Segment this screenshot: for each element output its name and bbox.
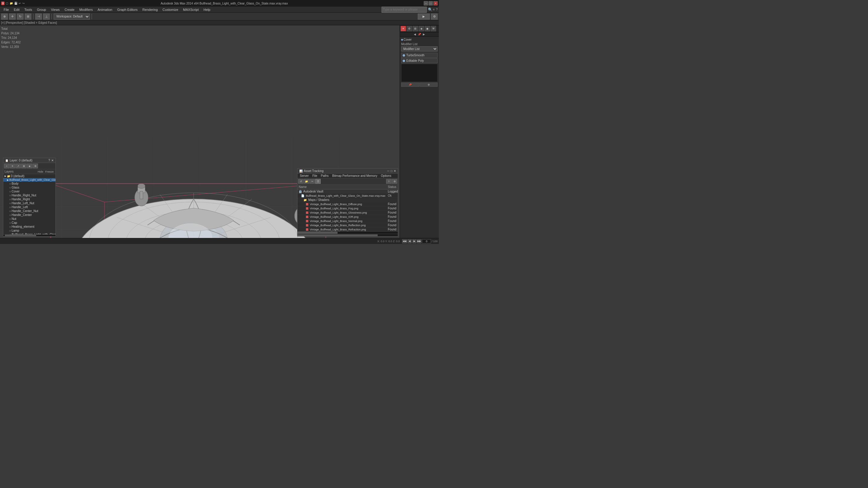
render-btn[interactable]: ▶ <box>418 13 430 20</box>
asset-row-main-file[interactable]: 📄 Bullhead_Brass_Light_with_Clear_Glass_… <box>298 194 398 198</box>
toolbar-open[interactable]: 📁 <box>10 2 13 5</box>
layer-item-handle-right[interactable]: ○ Handle_Right <box>8 197 56 201</box>
asset-scrollbar[interactable] <box>298 231 398 234</box>
layer-scrollbar[interactable] <box>3 234 56 236</box>
asset-hscrollbar-thumb[interactable] <box>298 234 378 236</box>
layer-settings-btn[interactable]: ⚙ <box>33 164 38 168</box>
asset-scrollbar-thumb[interactable] <box>298 232 338 234</box>
layer-item-0[interactable]: ▶ 📁 0 (default) <box>3 174 56 178</box>
asset-row-fog[interactable]: Vintage_Bullhead_Light_Brass_Fog.png Fou… <box>298 206 398 210</box>
menu-customize[interactable]: Customize <box>160 7 181 13</box>
asset-minimize-btn[interactable]: ─ <box>387 169 390 173</box>
close-button[interactable]: ✕ <box>433 1 438 5</box>
search-icon[interactable]: 🔍 <box>428 7 433 12</box>
hierarchy-panel-icon[interactable]: ⊞ <box>412 26 418 31</box>
mirror-btn[interactable]: ⊣ <box>35 13 42 20</box>
workspace-dropdown[interactable]: Workspace: Default <box>54 13 90 20</box>
menu-rendering[interactable]: Rendering <box>140 7 160 13</box>
layer-item-cap[interactable]: ○ Cap <box>8 221 56 225</box>
asset-view-btn[interactable]: ☰ <box>315 179 321 184</box>
panel-pin[interactable]: 📌 <box>417 33 422 36</box>
help-icon[interactable]: ? <box>436 8 438 11</box>
menu-views[interactable]: Views <box>49 7 62 13</box>
asset-refresh-btn[interactable]: ↺ <box>298 179 304 184</box>
menu-file[interactable]: File <box>1 7 11 13</box>
display-panel-icon[interactable]: ◉ <box>425 26 430 31</box>
layer-question-btn[interactable]: ? <box>48 159 50 162</box>
asset-row-ior[interactable]: Vintage_Bullhead_Light_Brass_IOR.png Fou… <box>298 215 398 219</box>
next-btn[interactable]: ▶▶ <box>417 239 421 243</box>
rotate-btn[interactable]: ↻ <box>17 13 24 20</box>
layer-highlight-btn[interactable]: ◈ <box>27 164 32 168</box>
layer-item-handle-center-nut[interactable]: ○ Handle_Center_Nut <box>8 209 56 213</box>
layer-add-sel-btn[interactable]: ↗ <box>16 164 21 168</box>
utilities-panel-icon[interactable]: ⚒ <box>431 26 436 31</box>
toolbar-undo[interactable]: ↩ <box>19 2 21 5</box>
asset-hscrollbar[interactable] <box>298 234 398 236</box>
panel-arrow-right[interactable]: ▶ <box>422 33 426 36</box>
scale-btn[interactable]: ⊞ <box>25 13 31 20</box>
modifier-turbosmooth[interactable]: TurboSmooth <box>401 53 438 58</box>
menu-animation[interactable]: Animation <box>95 7 115 13</box>
search-options-icon[interactable]: ≡ <box>433 8 435 11</box>
toolbar-save[interactable]: 💾 <box>14 2 18 5</box>
play-btn[interactable]: ▶ <box>412 239 416 243</box>
asset-row-normal[interactable]: Vintage_Bullhead_Light_Brass_Normal.png … <box>298 219 398 223</box>
asset-strip-btn[interactable]: ✂ <box>310 179 315 184</box>
asset-row-vault[interactable]: 🏦 Autodesk Vault Logged O <box>298 190 398 194</box>
asset-status-col[interactable]: Status <box>387 185 398 190</box>
asset-row-diffuse[interactable]: Vintage_Bullhead_Light_Brass_Diffuse.png… <box>298 202 398 206</box>
menu-graph-editors[interactable]: Graph Editors <box>115 7 140 13</box>
search-input[interactable] <box>381 7 427 13</box>
layer-item-lamp[interactable]: ○ Lamp <box>8 229 56 233</box>
modifier-list-dropdown[interactable]: Modifier List <box>401 46 438 52</box>
asset-menu-paths[interactable]: Paths <box>319 173 331 178</box>
layer-delete-btn[interactable]: ✕ <box>10 164 15 168</box>
layer-item-handle-right-nut[interactable]: ○ Handle_Right_Nut <box>8 193 56 197</box>
asset-menu-bitmap[interactable]: Bitmap Performance and Memory <box>330 173 379 178</box>
menu-edit[interactable]: Edit <box>11 7 22 13</box>
asset-help-btn[interactable]: ? <box>386 179 392 184</box>
select-btn[interactable]: ⊕ <box>1 13 8 20</box>
asset-menu-options[interactable]: Options <box>379 173 393 178</box>
asset-name-col[interactable]: Name <box>298 185 387 190</box>
pin-stack-btn[interactable]: 📌 <box>401 83 419 87</box>
layer-item-body[interactable]: ○ Body <box>8 182 56 186</box>
menu-group[interactable]: Group <box>34 7 49 13</box>
minimize-button[interactable]: ─ <box>424 1 428 5</box>
prev-frame-btn[interactable]: ◀◀ <box>402 239 407 243</box>
frame-input[interactable] <box>422 239 431 243</box>
asset-menu-server[interactable]: Server <box>298 173 310 178</box>
move-btn[interactable]: ✛ <box>9 13 16 20</box>
asset-settings-btn[interactable]: ⚙ <box>392 179 397 184</box>
layer-item-handle-left[interactable]: ○ Handle_Left <box>8 205 56 209</box>
panel-arrow-left[interactable]: ◀ <box>413 33 416 36</box>
asset-row-reflection[interactable]: Vintage_Bullhead_Light_Brass_Reflection.… <box>298 223 398 227</box>
layer-scrollbar-thumb[interactable] <box>5 235 36 236</box>
maximize-button[interactable]: □ <box>429 1 433 5</box>
layer-item-main-object[interactable]: ▶ Bullhead_Brass_Light_with_Clear_Glass_… <box>3 178 56 182</box>
layer-select-btn[interactable]: ⊞ <box>21 164 27 168</box>
align-btn[interactable]: ⊥ <box>43 13 50 20</box>
asset-find-btn[interactable]: 📁 <box>304 179 309 184</box>
menu-maxscript[interactable]: MAXScript <box>181 7 201 13</box>
create-panel-icon[interactable]: ✦ <box>401 26 406 31</box>
layer-close-btn[interactable]: ✕ <box>51 159 54 162</box>
menu-modifiers[interactable]: Modifiers <box>77 7 95 13</box>
asset-row-glossiness[interactable]: Vintage_Bullhead_Light_Brass_Glossiness.… <box>298 210 398 215</box>
render-setup-btn[interactable]: ⚙ <box>431 13 438 20</box>
modifier-editable-poly[interactable]: Editable Poly <box>401 58 438 63</box>
asset-row-maps[interactable]: 📁 Maps / Shaders <box>298 198 398 202</box>
asset-menu-file[interactable]: File <box>310 173 319 178</box>
prev-btn[interactable]: ◀ <box>407 239 412 243</box>
layer-item-nut[interactable]: ○ Nut <box>8 217 56 221</box>
asset-close-btn[interactable]: ✕ <box>394 169 396 173</box>
modify-panel-icon[interactable]: ⚙ <box>407 26 412 31</box>
layer-new-btn[interactable]: + <box>4 164 9 168</box>
layer-item-bullhead2[interactable]: ○ Bullhead_Brass_Light_with_Clear_Glass_… <box>8 233 56 234</box>
asset-resize-btn[interactable]: □ <box>391 169 393 173</box>
layer-item-glass[interactable]: ○ Glass <box>8 186 56 190</box>
toolbar-redo[interactable]: ↪ <box>22 2 25 5</box>
motion-panel-icon[interactable]: ◈ <box>418 26 424 31</box>
layer-item-handle-center[interactable]: ○ Handle_Center <box>8 213 56 217</box>
